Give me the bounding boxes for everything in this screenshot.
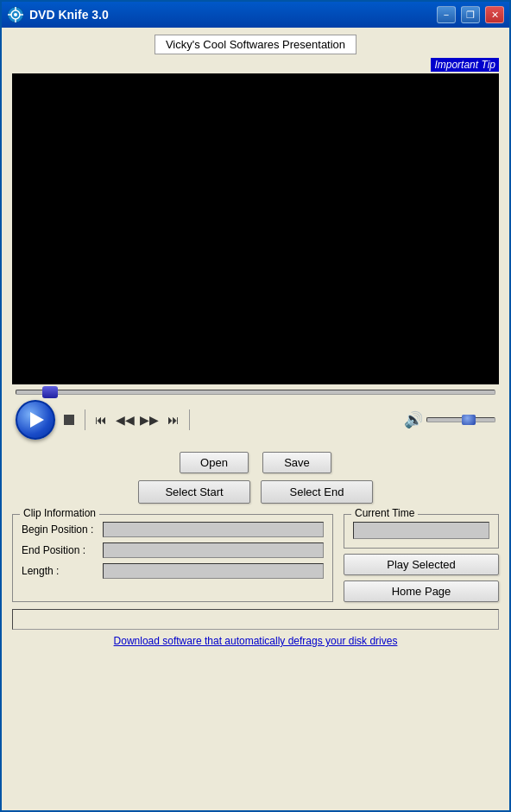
- progress-thumb[interactable]: [42, 386, 58, 398]
- next-button[interactable]: ⏭: [163, 409, 184, 430]
- footer-link[interactable]: Download software that automatically def…: [12, 635, 499, 647]
- title-bar: DVD Knife 3.0 − ❐ ✕: [2, 2, 509, 28]
- transport-sep-2: [189, 409, 190, 430]
- restore-button[interactable]: ❐: [461, 6, 480, 23]
- svg-point-2: [14, 13, 17, 16]
- select-end-button[interactable]: Select End: [261, 480, 373, 504]
- action-buttons: Play Selected Home Page: [344, 554, 499, 602]
- volume-thumb[interactable]: [462, 415, 476, 425]
- begin-position-label: Begin Position :: [22, 523, 99, 536]
- right-panel: Current Time Play Selected Home Page: [344, 514, 499, 602]
- stop-icon: [64, 415, 74, 425]
- current-time-label: Current Time: [351, 507, 418, 519]
- rewind-button[interactable]: ◀◀: [115, 409, 136, 430]
- end-position-row: End Position :: [22, 542, 324, 558]
- video-player: [12, 73, 499, 384]
- app-icon: [7, 6, 24, 23]
- transport-controls: ⏮ ◀◀ ▶▶ ⏭ 🔊: [12, 396, 499, 443]
- fastforward-button[interactable]: ▶▶: [139, 409, 160, 430]
- bottom-section: Clip Information Begin Position : End Po…: [12, 514, 499, 602]
- clip-info-label: Clip Information: [20, 507, 99, 519]
- status-bar: [12, 609, 499, 630]
- prev-button[interactable]: ⏮: [91, 409, 111, 430]
- next-icon: ⏭: [167, 413, 180, 427]
- main-window: DVD Knife 3.0 − ❐ ✕ Vicky's Cool Softwar…: [0, 0, 511, 812]
- volume-track[interactable]: [426, 417, 495, 422]
- play-selected-button[interactable]: Play Selected: [344, 554, 499, 575]
- end-position-label: End Position :: [22, 544, 99, 556]
- current-time-field[interactable]: [353, 522, 489, 539]
- fastforward-icon: ▶▶: [140, 413, 159, 427]
- begin-position-row: Begin Position :: [22, 522, 324, 537]
- rewind-icon: ◀◀: [116, 413, 135, 427]
- current-time-group: Current Time: [344, 514, 499, 549]
- select-row: Select Start Select End: [138, 480, 373, 504]
- title-bar-text: DVD Knife 3.0: [29, 8, 432, 22]
- begin-position-field[interactable]: [103, 522, 324, 537]
- end-position-field[interactable]: [103, 542, 324, 558]
- media-title: Vicky's Cool Softwares Presentation: [155, 35, 356, 54]
- select-start-button[interactable]: Select Start: [138, 480, 250, 504]
- home-page-button[interactable]: Home Page: [344, 580, 499, 602]
- play-button[interactable]: [16, 400, 55, 440]
- open-button[interactable]: Open: [180, 452, 249, 473]
- stop-button[interactable]: [59, 409, 79, 430]
- length-field[interactable]: [103, 563, 324, 579]
- content-area: Vicky's Cool Softwares Presentation Impo…: [2, 28, 509, 810]
- important-tip-link[interactable]: Important Tip: [431, 58, 499, 72]
- prev-icon: ⏮: [95, 413, 107, 427]
- length-label: Length :: [22, 565, 99, 577]
- tip-row: Important Tip: [12, 58, 499, 72]
- length-row: Length :: [22, 563, 324, 579]
- clip-info-group: Clip Information Begin Position : End Po…: [12, 514, 333, 602]
- progress-track[interactable]: [16, 390, 495, 395]
- minimize-button[interactable]: −: [437, 6, 456, 23]
- progress-row: [12, 384, 499, 396]
- volume-icon[interactable]: 🔊: [404, 410, 423, 429]
- save-button[interactable]: Save: [262, 452, 331, 473]
- play-icon: [30, 412, 44, 428]
- transport-sep-1: [85, 409, 85, 430]
- open-save-row: Open Save: [180, 452, 331, 473]
- close-button[interactable]: ✕: [485, 6, 504, 23]
